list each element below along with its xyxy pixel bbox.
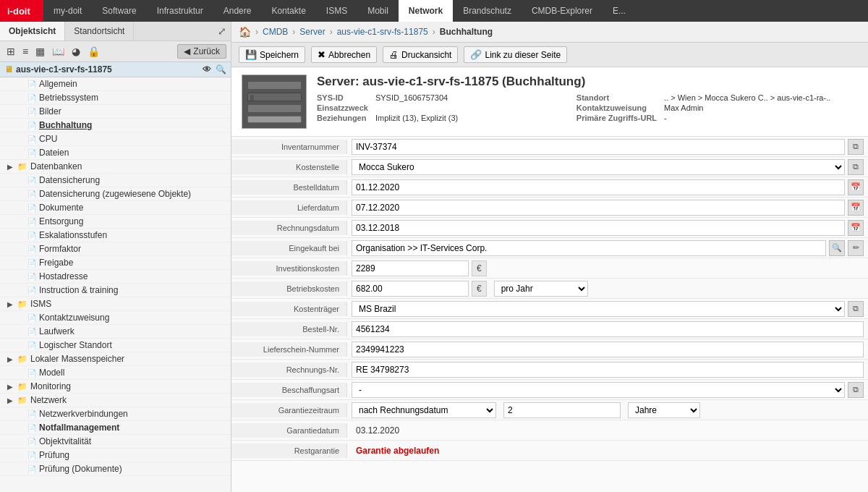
form-currency-6[interactable]	[352, 260, 469, 276]
nav-extra[interactable]: E...	[603, 0, 636, 22]
tree-item[interactable]: 📄Bilder	[0, 105, 231, 119]
form-currency-7[interactable]	[352, 281, 469, 297]
search-icon[interactable]: 🔍	[216, 64, 226, 75]
tree-item[interactable]: 📄Prüfung	[0, 449, 231, 462]
nav-my-doit[interactable]: my-doit	[43, 0, 92, 22]
copy-icon[interactable]: ⧉	[848, 159, 864, 175]
nav-infrastruktur[interactable]: Infrastruktur	[147, 0, 213, 22]
tree-item[interactable]: 📄Datensicherung	[0, 174, 231, 187]
print-button[interactable]: 🖨 Druckansicht	[383, 46, 458, 63]
bc-device[interactable]: aus-vie-c1-srv-fs-11875	[337, 27, 428, 37]
tree-item[interactable]: 📄Objektvitalität	[0, 435, 231, 449]
tree-item[interactable]: ▶📁Monitoring	[0, 380, 231, 394]
cancel-button[interactable]: ✖ Abbrechen	[311, 46, 377, 63]
copy-icon[interactable]: ⧉	[848, 382, 864, 398]
tree-item[interactable]: 📄Buchhaltung	[0, 119, 231, 132]
tree-item[interactable]: 📄Eskalationsstufen	[0, 229, 231, 242]
nav-brandschutz[interactable]: Brandschutz	[453, 0, 522, 22]
tree-item-label: Hostadresse	[39, 271, 88, 281]
tab-standortsicht[interactable]: Standortsicht	[65, 22, 134, 41]
form-row: Restgarantie Garantie abgelaufen	[231, 441, 868, 461]
tree-item[interactable]: 📄Kontaktzuweisung	[0, 311, 231, 325]
form-search-5[interactable]	[352, 240, 826, 256]
calendar-icon[interactable]: 📅	[848, 220, 864, 236]
form-input-9[interactable]	[352, 321, 864, 337]
tree-item[interactable]: 📄Datensicherung (zugewiesene Objekte)	[0, 187, 231, 201]
home-icon[interactable]: 🏠	[239, 26, 251, 38]
link-button[interactable]: 🔗 Link zu dieser Seite	[464, 46, 567, 63]
tree-item[interactable]: 📄CPU	[0, 132, 231, 146]
guarantee-select[interactable]: nach Rechnungsdatum	[352, 402, 496, 418]
tree-item[interactable]: 📄Netzwerkverbindungen	[0, 407, 231, 421]
form-input-10[interactable]	[352, 342, 864, 357]
tree-item[interactable]: 📄Prüfung (Dokumente)	[0, 462, 231, 476]
tree-item[interactable]: 📄Laufwerk	[0, 325, 231, 339]
tree-item[interactable]: ▶📁Datenbanken	[0, 160, 231, 174]
tree-item[interactable]: ▶📁Lokaler Massenspeicher	[0, 352, 231, 366]
form-input-11[interactable]	[352, 362, 864, 378]
copy-icon[interactable]: ⧉	[848, 301, 864, 317]
tree-item[interactable]: 📄Instruction & training	[0, 284, 231, 297]
nav-mobil[interactable]: Mobil	[357, 0, 399, 22]
doc-icon: 📄	[27, 342, 36, 349]
form-input-0[interactable]	[352, 139, 845, 155]
tree-item[interactable]: 📄Modell	[0, 366, 231, 380]
back-button[interactable]: ◀ Zurück	[177, 44, 226, 59]
calendar-icon[interactable]: 📅	[848, 179, 864, 195]
chart-icon[interactable]: ◕	[69, 44, 82, 59]
tree-item[interactable]: 📄Formfaktor	[0, 242, 231, 256]
lock-icon[interactable]: 🔒	[85, 44, 102, 59]
tree-item[interactable]: 📄Betriebssystem	[0, 91, 231, 105]
tab-objektsicht[interactable]: Objektsicht	[0, 22, 65, 41]
tree-item[interactable]: 📄Dokumente	[0, 201, 231, 215]
form-row: Betriebskosten € pro Jahr	[231, 279, 868, 299]
form-select-12[interactable]: -	[352, 382, 845, 398]
tree-item[interactable]: 📄Logischer Standort	[0, 339, 231, 352]
copy-icon[interactable]: ⧉	[848, 139, 864, 155]
nav-andere[interactable]: Andere	[213, 0, 262, 22]
jahre-select[interactable]: Jahre	[628, 402, 700, 418]
folder-icon[interactable]: ▦	[33, 44, 47, 59]
list-icon[interactable]: ≡	[20, 44, 30, 59]
form-field-7: € pro Jahr	[347, 279, 868, 298]
tree-item[interactable]: 📄Allgemein	[0, 77, 231, 91]
expand-icon[interactable]: ⤢	[218, 25, 226, 37]
eye-icon[interactable]: 👁	[203, 64, 211, 75]
guarantee-years-input[interactable]	[503, 402, 621, 418]
bc-cmdb[interactable]: CMDB	[263, 27, 288, 37]
einsatzzweck-label: Einsatzzweck	[317, 103, 368, 112]
tree-item[interactable]: 📄Dateien	[0, 146, 231, 160]
bc-server[interactable]: Server	[299, 27, 325, 37]
edit-icon[interactable]: ✏	[848, 240, 864, 256]
app-logo[interactable]: i-doit	[0, 0, 43, 22]
form-date-2[interactable]	[352, 179, 845, 195]
tree-item[interactable]: ▶📁Netzwerk	[0, 394, 231, 407]
tree-item[interactable]: 📄Entsorgung	[0, 215, 231, 229]
tree-root[interactable]: 🖥 aus-vie-c1-srv-fs-11875 👁 🔍	[0, 62, 231, 77]
nav-network[interactable]: Network	[399, 0, 453, 22]
save-button[interactable]: 💾 Speichern	[239, 46, 305, 63]
book-icon[interactable]: 📖	[50, 44, 67, 59]
form-date-3[interactable]	[352, 200, 845, 216]
calendar-icon[interactable]: 📅	[848, 200, 864, 216]
nav-isms[interactable]: ISMS	[316, 0, 357, 22]
tree-item[interactable]: ▶📁ISMS	[0, 297, 231, 311]
nav-software[interactable]: Software	[92, 0, 146, 22]
nav-cmdb-explorer[interactable]: CMDB-Explorer	[522, 0, 603, 22]
form-select-8[interactable]: MS Brazil	[352, 301, 845, 317]
folder-icon: 📁	[17, 300, 27, 309]
period-select[interactable]: pro Jahr	[494, 281, 588, 297]
form-select-1[interactable]: Mocca Sukero	[352, 159, 845, 175]
search-icon[interactable]: 🔍	[829, 240, 845, 256]
form-label-0: Inventarnummer	[231, 140, 347, 154]
nav-kontakte[interactable]: Kontakte	[261, 0, 315, 22]
form-row: Lieferschein-Nummer	[231, 339, 868, 360]
tree-item[interactable]: 📄Freigabe	[0, 256, 231, 270]
tree-item[interactable]: 📄Notfallmanagement	[0, 421, 231, 435]
beziehungen-value: Implizit (13), Explizit (3)	[375, 114, 569, 122]
grid-icon[interactable]: ⊞	[4, 44, 17, 59]
form-date-4[interactable]	[352, 220, 845, 236]
form-field-2: 📅	[347, 178, 868, 197]
tree-item[interactable]: 📄Hostadresse	[0, 270, 231, 284]
form-field-5: 🔍 ✏	[347, 239, 868, 258]
